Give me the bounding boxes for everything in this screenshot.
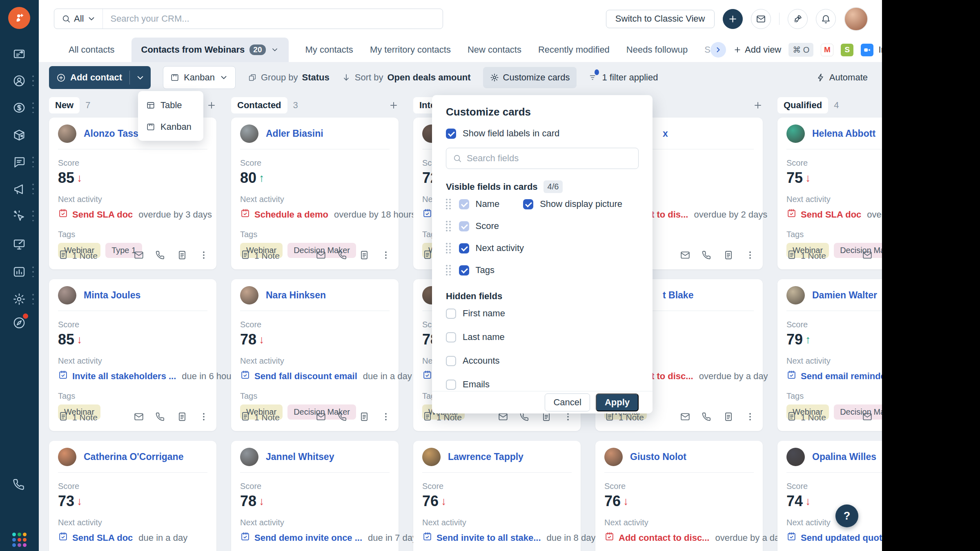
sidebar-overflow-dots[interactable] bbox=[32, 102, 34, 113]
sidebar-item-contact-card[interactable] bbox=[11, 46, 27, 62]
add-contact-dropdown-button[interactable] bbox=[130, 73, 151, 82]
field-checkbox-tags[interactable] bbox=[459, 265, 469, 276]
contact-card[interactable]: Nara Hinksen Score 78↓ Next activity Sen… bbox=[231, 279, 399, 431]
sidebar-item-web-activity[interactable] bbox=[11, 208, 27, 224]
tab-2[interactable]: My contacts bbox=[305, 44, 353, 55]
email-action-icon[interactable] bbox=[680, 411, 690, 424]
tab-7[interactable]: S bbox=[704, 44, 710, 55]
contact-card[interactable]: Catherina O'Corrigane Score 73↓ Next act… bbox=[49, 441, 216, 551]
tabs-scroll-right-button[interactable] bbox=[710, 42, 726, 58]
automate-button[interactable]: Automate bbox=[816, 72, 868, 83]
activity-link[interactable]: Send updated quote bbox=[801, 533, 882, 543]
activity-link[interactable]: Send SLA doc bbox=[801, 209, 861, 220]
more-actions-icon[interactable] bbox=[198, 411, 209, 424]
more-actions-icon[interactable] bbox=[745, 411, 755, 424]
gmail-icon[interactable]: M bbox=[821, 44, 833, 56]
global-search[interactable]: All bbox=[54, 9, 443, 29]
more-actions-icon[interactable] bbox=[198, 250, 209, 262]
notes-action-icon[interactable] bbox=[359, 411, 370, 424]
shopify-icon[interactable]: S bbox=[841, 44, 853, 56]
sidebar-item-contacts[interactable] bbox=[11, 73, 27, 89]
call-action-icon[interactable] bbox=[337, 411, 348, 424]
notes-count[interactable]: 1 Note bbox=[58, 411, 98, 424]
activity-link[interactable]: Invite all stakeholders ... bbox=[72, 371, 176, 382]
sidebar-overflow-dots[interactable] bbox=[32, 76, 34, 86]
contact-name-link[interactable]: Jannel Whitsey bbox=[266, 451, 334, 462]
switch-to-classic-view-button[interactable]: Switch to Classic View bbox=[606, 10, 715, 28]
sidebar-item-settings[interactable] bbox=[11, 291, 27, 307]
contact-card[interactable]: Helena Abbott Score 75↓ Next activity Se… bbox=[777, 118, 882, 269]
sidebar-item-campaigns[interactable] bbox=[11, 181, 27, 197]
sidebar-item-products[interactable] bbox=[11, 127, 27, 143]
activity-link[interactable]: Add contact to disc... bbox=[619, 533, 709, 543]
field-search-input[interactable] bbox=[467, 153, 632, 164]
field-checkbox-accounts[interactable] bbox=[446, 356, 456, 366]
tab-4[interactable]: New contacts bbox=[468, 44, 521, 55]
contact-name-link[interactable]: Nara Hinksen bbox=[266, 290, 326, 301]
menu-item-table[interactable]: Table bbox=[138, 94, 203, 116]
notes-count[interactable]: 1 Note bbox=[240, 411, 280, 424]
activity-link[interactable]: Send fall discount email bbox=[254, 371, 357, 382]
activity-link[interactable]: Send email reminder a... bbox=[801, 371, 882, 382]
field-checkbox-emails[interactable] bbox=[446, 380, 456, 390]
contact-card[interactable]: Giusto Nolot Score 76↓ Next activity Add… bbox=[595, 441, 763, 551]
sidebar-item-analytics[interactable] bbox=[11, 264, 27, 280]
activity-link[interactable]: t to dis... bbox=[651, 209, 688, 220]
drag-handle-icon[interactable] bbox=[446, 243, 451, 254]
field-checkbox-next-activity[interactable] bbox=[459, 243, 469, 253]
contact-card[interactable]: Jannel Whitsey Score 78↓ Next activity S… bbox=[231, 441, 399, 551]
tab-0[interactable]: All contacts bbox=[69, 44, 115, 55]
contact-name-link[interactable]: t Blake bbox=[663, 290, 693, 301]
email-action-icon[interactable] bbox=[134, 250, 144, 262]
more-actions-icon[interactable] bbox=[745, 250, 755, 262]
filter-control[interactable]: 1 filter applied bbox=[589, 72, 658, 83]
contact-card[interactable]: Adler Biasini Score 80↑ Next activity Sc… bbox=[231, 118, 399, 269]
column-add-button[interactable] bbox=[207, 100, 216, 110]
activity-link[interactable]: Schedule a demo bbox=[254, 209, 328, 220]
field-search[interactable] bbox=[446, 148, 639, 169]
sort-by-control[interactable]: Sort by Open deals amount bbox=[342, 72, 471, 83]
notes-count[interactable]: 1 Note bbox=[786, 411, 826, 424]
contact-card[interactable]: Damien Walter Score 79↑ Next activity Se… bbox=[777, 279, 882, 431]
activity-link[interactable]: Send SLA doc bbox=[72, 533, 133, 543]
email-action-icon[interactable] bbox=[134, 411, 144, 424]
integrate-link[interactable]: Integrate bbox=[878, 44, 882, 55]
field-checkbox-last-name[interactable] bbox=[446, 332, 456, 342]
contact-name-link[interactable]: Helena Abbott bbox=[812, 128, 875, 139]
sidebar-overflow-dots[interactable] bbox=[32, 211, 34, 221]
more-actions-icon[interactable] bbox=[381, 411, 391, 424]
notes-action-icon[interactable] bbox=[177, 411, 187, 424]
sidebar-overflow-dots[interactable] bbox=[32, 294, 34, 304]
tab-3[interactable]: My territory contacts bbox=[370, 44, 451, 55]
tab-5[interactable]: Recently modified bbox=[538, 44, 610, 55]
call-action-icon[interactable] bbox=[155, 411, 166, 424]
notes-count[interactable]: 1 Note bbox=[58, 249, 98, 262]
notifications-button[interactable] bbox=[816, 9, 836, 29]
sidebar-item-app-switcher[interactable] bbox=[11, 532, 27, 547]
more-actions-icon[interactable] bbox=[381, 250, 391, 262]
tab-1[interactable]: Contacts from Webinars20 bbox=[131, 38, 289, 62]
contact-name-link[interactable]: Catherina O'Corrigane bbox=[84, 451, 183, 462]
field-checkbox-first-name[interactable] bbox=[446, 309, 456, 319]
contact-name-link[interactable]: Adler Biasini bbox=[266, 128, 323, 139]
contact-card[interactable]: Opalina Willes Score 74↓ Next activity S… bbox=[777, 441, 882, 551]
drag-handle-icon[interactable] bbox=[446, 221, 451, 232]
call-action-icon[interactable] bbox=[337, 250, 348, 262]
view-type-selector[interactable]: Kanban bbox=[163, 66, 236, 89]
email-action-icon[interactable] bbox=[862, 250, 873, 262]
drag-handle-icon[interactable] bbox=[446, 199, 451, 210]
show-field-labels-checkbox[interactable] bbox=[446, 129, 456, 139]
column-add-button[interactable] bbox=[753, 100, 763, 110]
search-scope-selector[interactable]: All bbox=[54, 9, 103, 29]
contact-card[interactable]: Lawrence Tapply Score 76↓ Next activity … bbox=[413, 441, 581, 551]
contact-card[interactable]: Minta Joules Score 85↓ Next activity Inv… bbox=[49, 279, 216, 431]
call-action-icon[interactable] bbox=[702, 411, 712, 424]
contact-name-link[interactable]: Giusto Nolot bbox=[630, 451, 686, 462]
add-view-button[interactable]: Add view bbox=[733, 44, 781, 55]
activity-link[interactable]: Send demo invite once ... bbox=[254, 533, 362, 543]
contact-name-link[interactable]: Lawrence Tapply bbox=[448, 451, 523, 462]
column-add-button[interactable] bbox=[389, 100, 399, 110]
email-action-icon[interactable] bbox=[862, 411, 873, 424]
activity-link[interactable]: Send SLA doc bbox=[72, 209, 133, 220]
sidebar-overflow-dots[interactable] bbox=[32, 184, 34, 194]
